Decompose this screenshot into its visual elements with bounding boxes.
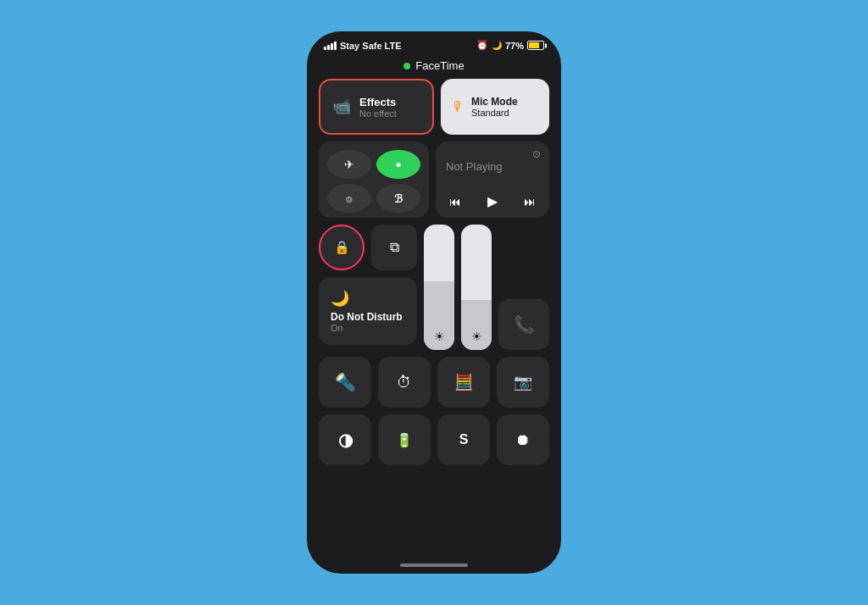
- brightness-sun-icon: ☀: [471, 330, 482, 343]
- phone-frame: Stay Safe LTE ⏰ 🌙 77% FaceTime 📹 Effects…: [307, 31, 561, 574]
- conn-bottom: ⌾ ℬ: [327, 184, 420, 213]
- accessibility-button[interactable]: ◑: [319, 414, 371, 465]
- effects-title: Effects: [359, 96, 397, 108]
- effects-text: Effects No effect: [359, 96, 397, 119]
- connectivity-tile: ✈ ● ⌾ ℬ: [319, 142, 429, 218]
- phone-button[interactable]: 📞: [498, 299, 549, 350]
- next-button[interactable]: ⏭: [524, 195, 536, 208]
- airplane-mode-button[interactable]: ✈: [327, 150, 371, 179]
- record-button[interactable]: ⏺: [497, 414, 549, 465]
- dnd-title: Do Not Disturb: [331, 311, 405, 323]
- status-right: ⏰ 🌙 77%: [476, 40, 544, 51]
- mic-mode-subtitle: Standard: [471, 108, 518, 118]
- now-playing-label: Not Playing: [446, 160, 539, 173]
- home-indicator: [307, 557, 561, 574]
- camera-button[interactable]: 📷: [497, 357, 549, 408]
- prev-button[interactable]: ⏮: [449, 195, 461, 208]
- now-playing-tile[interactable]: ⊙ Not Playing ⏮ ▶ ⏭: [436, 142, 549, 218]
- signal-bar-2: [327, 45, 330, 50]
- bottom-row-2: ◑ 🔋 S ⏺: [319, 414, 549, 465]
- dnd-tile[interactable]: 🌙 Do Not Disturb On: [319, 277, 417, 345]
- third-row: 🔒 ⧉ 🌙 Do Not Disturb On ☀ ☀: [319, 225, 549, 350]
- carrier-label: Stay Safe LTE: [340, 41, 402, 51]
- dnd-subtitle: On: [331, 323, 405, 333]
- effects-tile[interactable]: 📹 Effects No effect: [319, 79, 434, 135]
- rotation-lock-button[interactable]: 🔒: [319, 225, 364, 270]
- moon-icon: 🌙: [492, 41, 502, 50]
- sliders-col: ☀ ☀: [424, 225, 492, 350]
- cellular-button[interactable]: ●: [376, 150, 420, 179]
- airplay-icon: ⊙: [532, 148, 541, 160]
- alarm-icon: ⏰: [476, 40, 488, 51]
- effects-icon: 📹: [332, 97, 351, 116]
- conn-top: ✈ ●: [327, 150, 420, 179]
- volume-slider[interactable]: ☀: [424, 225, 454, 350]
- battery-percentage: 77%: [505, 41, 524, 51]
- brightness-icon: ☀: [434, 330, 445, 343]
- calculator-button[interactable]: 🧮: [437, 357, 490, 408]
- bluetooth-button[interactable]: ℬ: [376, 184, 420, 213]
- dnd-icon: 🌙: [331, 289, 405, 308]
- signal-bar-1: [324, 47, 326, 50]
- effects-subtitle: No effect: [359, 108, 397, 119]
- mic-text: Mic Mode Standard: [471, 96, 518, 118]
- timer-button[interactable]: ⏱: [378, 357, 431, 408]
- mic-mode-title: Mic Mode: [471, 96, 518, 108]
- facetime-bar: FaceTime: [307, 56, 561, 79]
- home-bar: [400, 563, 468, 567]
- facetime-label: FaceTime: [415, 59, 464, 72]
- status-left: Stay Safe LTE: [324, 41, 402, 51]
- playback-controls: ⏮ ▶ ⏭: [446, 193, 539, 209]
- signal-bar-4: [334, 42, 337, 50]
- lock-mirror-row: 🔒 ⧉: [319, 225, 417, 270]
- play-button[interactable]: ▶: [487, 193, 498, 209]
- signal-bar-3: [331, 43, 333, 50]
- status-bar: Stay Safe LTE ⏰ 🌙 77%: [307, 31, 561, 56]
- wifi-button[interactable]: ⌾: [327, 184, 371, 213]
- battery-fill: [529, 42, 539, 48]
- signal-bars: [324, 42, 337, 50]
- battery-icon: [527, 41, 544, 50]
- flashlight-button[interactable]: 🔦: [319, 357, 371, 408]
- left-col: 🔒 ⧉ 🌙 Do Not Disturb On: [319, 225, 417, 345]
- screen-mirror-button[interactable]: ⧉: [371, 225, 417, 270]
- mic-mode-tile[interactable]: 🎙 Mic Mode Standard: [441, 79, 549, 135]
- second-row: ✈ ● ⌾ ℬ ⊙ Not Playing ⏮ ▶ ⏭: [319, 142, 549, 218]
- control-center: 📹 Effects No effect 🎙 Mic Mode Standard …: [307, 79, 561, 553]
- battery-widget-button[interactable]: 🔋: [378, 414, 431, 465]
- mic-icon: 🎙: [451, 99, 465, 114]
- facetime-dot: [403, 63, 410, 69]
- bottom-row-1: 🔦 ⏱ 🧮 📷: [319, 357, 549, 408]
- shazam-button[interactable]: S: [437, 414, 490, 465]
- top-row: 📹 Effects No effect 🎙 Mic Mode Standard: [319, 79, 549, 135]
- brightness-slider[interactable]: ☀: [461, 225, 492, 350]
